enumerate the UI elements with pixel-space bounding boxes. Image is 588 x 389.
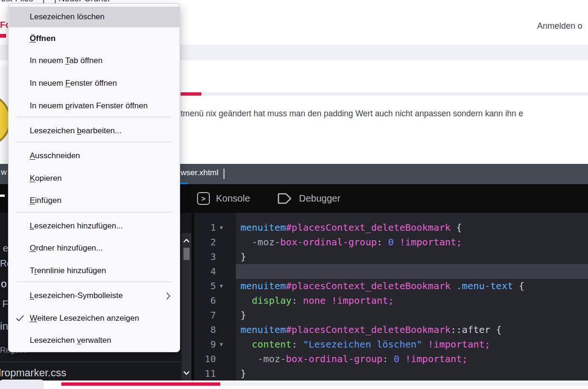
scroll-up-icon[interactable] xyxy=(182,237,191,244)
code-line: menuitem#placesContext_deleteBookmark { xyxy=(240,220,462,235)
line-number: 11 xyxy=(194,366,216,381)
code-line: content: "Lesezeichen löschen" !importan… xyxy=(240,337,490,352)
code-line: -moz-box-ordinal-group: 0 !important; xyxy=(240,235,462,250)
fold-arrow-icon[interactable]: ▼ xyxy=(220,220,226,235)
debugger-icon xyxy=(277,192,293,205)
tab-konsole[interactable]: > Konsole xyxy=(197,184,250,213)
line-number: 1 xyxy=(194,220,216,235)
menu-item-trennlinie-hinzufuegen[interactable]: Trennlinie hinzufügen xyxy=(8,260,181,281)
line-number: 10 xyxy=(194,352,216,366)
code-line: -moz-box-ordinal-group: 0 !important; xyxy=(240,352,468,366)
line-number: 8 xyxy=(194,323,216,337)
menu-item-neuer-tab[interactable]: In neuem Tab öffnen xyxy=(8,50,181,71)
page-tab-underline-track xyxy=(201,92,588,96)
submenu-chevron-icon xyxy=(166,285,171,306)
scroll-down-icon[interactable] xyxy=(182,369,191,377)
active-line-highlight xyxy=(236,264,588,279)
menu-item-lesezeichen-hinzufuegen[interactable]: Lesezeichen hinzufügen... xyxy=(8,216,181,236)
menu-item-symbolleiste[interactable]: Lesezeichen-Symbolleiste xyxy=(8,285,181,306)
bookmark-context-menu: Lesezeichen löschen Öffnen In neuem Tab … xyxy=(8,3,180,352)
progress-bar-red xyxy=(61,382,220,386)
code-line: display: none !important; xyxy=(240,293,394,308)
menu-item-privates-fenster[interactable]: In neuem privaten Fenster öffnen xyxy=(8,96,181,116)
tab-debugger[interactable]: Debugger xyxy=(277,184,340,213)
sidebar-scrollbar[interactable] xyxy=(182,233,191,381)
konsole-label: Konsole xyxy=(216,193,250,204)
progress-bar-track xyxy=(220,382,588,386)
line-number: 4 xyxy=(194,264,216,279)
stylesheet-item-dropmarker-css[interactable]: dropmarker.css xyxy=(0,367,66,379)
menu-separator xyxy=(17,142,171,142)
devtools-tab-browser-xhtml[interactable]: wser.xhtml xyxy=(181,168,218,178)
toolbar-icon-fragment xyxy=(0,194,5,197)
tab-divider xyxy=(224,169,224,179)
menu-separator xyxy=(17,282,171,282)
page-tab-underline-active xyxy=(181,92,201,96)
menu-item-oeffnen[interactable]: Öffnen xyxy=(8,28,181,49)
code-line: menuitem#placesContext_deleteBookmark::a… xyxy=(240,323,502,337)
debugger-label: Debugger xyxy=(299,193,340,204)
line-number: 6 xyxy=(194,293,216,308)
line-number: 5 xyxy=(194,279,216,293)
sidebar-divider xyxy=(0,362,181,362)
menu-separator xyxy=(17,117,171,117)
code-line: } xyxy=(240,308,246,323)
code-line: } xyxy=(240,250,246,264)
line-number: 7 xyxy=(194,308,216,323)
menu-item-weitere-lesezeichen[interactable]: Weitere Lesezeichen anzeigen xyxy=(8,308,181,329)
scrollbar-thumb[interactable] xyxy=(183,248,190,260)
code-line: menuitem#placesContext_deleteBookmark .m… xyxy=(240,279,524,293)
code-line: } xyxy=(240,366,246,381)
menu-item-neues-fenster[interactable]: In neuem Fenster öffnen xyxy=(8,73,181,94)
line-number: 2 xyxy=(194,235,216,250)
css-code-editor[interactable]: 1 2 3 4 5 6 7 8 9 10 11 ▼ ▼ ▼ menuitem#p… xyxy=(194,213,588,381)
stylesheet-item-fragment[interactable]: o xyxy=(1,278,7,290)
line-number-gutter: 1 2 3 4 5 6 7 8 9 10 11 ▼ ▼ ▼ xyxy=(194,213,236,381)
screen: est-Files | | Neuer Ordner Anmelden o Fo… xyxy=(0,0,588,389)
menu-item-lesezeichen-verwalten[interactable]: Lesezeichen verwalten xyxy=(8,330,181,351)
menu-item-bearbeiten[interactable]: Lesezeichen bearbeiten... xyxy=(8,121,181,141)
fold-arrow-icon[interactable]: ▼ xyxy=(220,337,226,352)
nav-active-underline xyxy=(0,34,6,38)
fold-arrow-icon[interactable]: ▼ xyxy=(220,279,226,293)
line-number: 9 xyxy=(194,337,216,352)
stylesheet-item-fragment[interactable]: e xyxy=(3,243,8,254)
menu-item-ordner-hinzufuegen[interactable]: Ordner hinzufügen... xyxy=(8,238,181,259)
devtools-tab-fragment[interactable]: w xyxy=(1,168,7,177)
menu-item-einfuegen[interactable]: Einfügen xyxy=(8,190,181,211)
signin-link[interactable]: Anmelden o xyxy=(537,21,582,31)
console-icon: > xyxy=(197,192,210,205)
menu-item-kopieren[interactable]: Kopieren xyxy=(8,168,181,189)
line-number: 3 xyxy=(194,250,216,264)
stylesheet-item-fragment[interactable]: F xyxy=(2,299,8,309)
bottom-left-block xyxy=(0,380,44,389)
menu-item-ausschneiden[interactable]: Ausschneiden xyxy=(8,146,181,166)
post-body-text: tmenü nix geändert hat muss man den padd… xyxy=(181,109,588,121)
menu-separator xyxy=(17,212,171,212)
menu-item-lesezeichen-loeschen[interactable]: Lesezeichen löschen xyxy=(8,7,181,27)
